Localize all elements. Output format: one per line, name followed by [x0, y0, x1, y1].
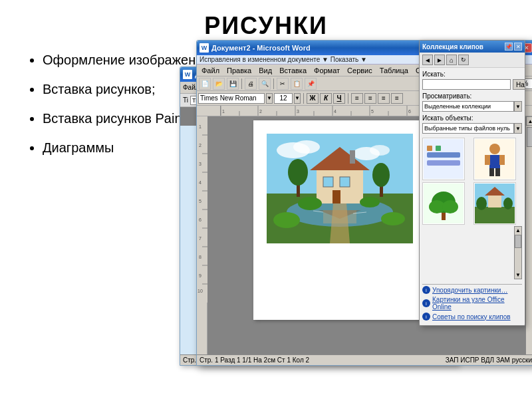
- svg-text:3: 3: [199, 162, 201, 166]
- svg-rect-50: [340, 177, 350, 187]
- italic-btn[interactable]: К: [320, 93, 332, 104]
- separator-1: [241, 78, 242, 89]
- word-icon-back: W: [183, 70, 192, 79]
- justify-btn[interactable]: ≡: [391, 93, 403, 104]
- panel-controls[interactable]: 📌 ✕: [505, 43, 522, 51]
- svg-text:3: 3: [297, 109, 299, 114]
- svg-rect-76: [495, 168, 500, 176]
- open-btn[interactable]: 📂: [213, 78, 225, 90]
- panel-link-2[interactable]: i Картинки на узле Office Online: [422, 296, 522, 311]
- menu-insert[interactable]: Вставка: [276, 66, 310, 75]
- save-btn[interactable]: 💾: [227, 78, 239, 90]
- svg-point-41: [293, 140, 320, 154]
- svg-rect-69: [436, 146, 441, 151]
- type-dropdown-btn[interactable]: ▼: [514, 123, 522, 134]
- separator-fmt: [303, 93, 304, 104]
- search-input[interactable]: [422, 79, 511, 90]
- align-center-btn[interactable]: ≡: [364, 93, 376, 104]
- svg-text:7: 7: [199, 236, 201, 241]
- svg-point-88: [503, 198, 513, 209]
- svg-rect-68: [427, 146, 432, 151]
- panel-scroll-thumb[interactable]: [515, 235, 521, 248]
- svg-text:9: 9: [199, 273, 201, 278]
- panel-link-1[interactable]: i Упорядочить картинки…: [422, 286, 522, 294]
- status-right-text: ЗАП ИСПР ВДЛ ЗАМ русски: [446, 356, 532, 364]
- browse-dropdown-btn[interactable]: ▼: [514, 101, 522, 112]
- panel-scroll-up[interactable]: ▲: [515, 227, 521, 233]
- svg-rect-75: [489, 168, 494, 176]
- svg-point-57: [360, 197, 380, 207]
- copy-btn[interactable]: 📋: [291, 78, 303, 90]
- align-right-btn[interactable]: ≡: [378, 93, 390, 104]
- menu-edit[interactable]: Правка: [223, 66, 255, 75]
- print-btn[interactable]: 🖨: [245, 78, 257, 90]
- menu-tools[interactable]: Сервис: [344, 66, 376, 75]
- svg-rect-73: [485, 155, 490, 165]
- panel-back-btn[interactable]: ◄: [422, 55, 433, 65]
- panel-refresh-btn[interactable]: ↻: [458, 55, 469, 65]
- slide: РИСУНКИ Оформление изображений; Вставка …: [0, 0, 532, 399]
- svg-text:1: 1: [199, 124, 201, 129]
- panel-scrollbar[interactable]: ▲ ▼: [514, 226, 522, 279]
- thumb-2[interactable]: [473, 138, 516, 180]
- svg-rect-49: [323, 177, 333, 187]
- underline-btn[interactable]: Ч: [333, 93, 345, 104]
- svg-point-53: [288, 159, 308, 186]
- type-label: Искать объекты:: [422, 114, 522, 122]
- thumb-1[interactable]: [422, 138, 465, 180]
- svg-rect-51: [332, 190, 340, 203]
- svg-rect-65: [424, 139, 464, 179]
- ruler-vertical: 1 2 3 4 5 6 7 8: [197, 116, 207, 365]
- svg-text:1: 1: [222, 109, 225, 114]
- separator-2: [273, 78, 274, 89]
- panel-link-3[interactable]: i Советы по поиску клипов: [422, 313, 522, 321]
- panel-link-icon-3: i: [422, 313, 430, 321]
- browse-value[interactable]: Выделенные коллекции: [422, 101, 514, 112]
- svg-rect-48: [350, 150, 355, 164]
- new-btn[interactable]: 📄: [199, 78, 211, 90]
- menu-table[interactable]: Таблица: [376, 66, 412, 75]
- svg-text:8: 8: [199, 255, 201, 259]
- preview-btn[interactable]: 🔍: [259, 78, 271, 90]
- panel-link-icon-2: i: [422, 299, 430, 307]
- svg-point-81: [442, 200, 458, 213]
- font-selector[interactable]: Times New Roman: [198, 93, 265, 104]
- svg-marker-60: [330, 203, 350, 243]
- svg-point-71: [489, 144, 500, 154]
- panel-scroll-down[interactable]: ▼: [515, 272, 521, 278]
- thumb-3[interactable]: [422, 182, 465, 225]
- status-bar-front: Стр. 1 Разд 1 1/1 На 2см Ст 1 Кол 2 ЗАП …: [197, 354, 532, 365]
- font-size-selector[interactable]: 12: [274, 93, 293, 104]
- countryside-image: [267, 134, 413, 243]
- search-btn[interactable]: Начать: [513, 79, 525, 90]
- panel-close-btn[interactable]: ✕: [514, 43, 522, 51]
- scrollbar-vertical[interactable]: ▲: [525, 116, 532, 365]
- bold-btn[interactable]: Ж: [307, 93, 319, 104]
- cut-btn[interactable]: ✂: [277, 78, 289, 90]
- panel-body: Искать: Начать Просматривать: Выделенные…: [420, 68, 525, 282]
- align-left-btn[interactable]: ≡: [351, 93, 363, 104]
- svg-rect-85: [488, 196, 501, 207]
- type-value[interactable]: Выбранные типы файлов нуль: [422, 123, 514, 134]
- thumb-4[interactable]: [473, 182, 516, 225]
- panel-title-text: Коллекция клипов: [422, 43, 483, 51]
- panel-pin-btn[interactable]: 📌: [505, 43, 513, 51]
- panel-links: i Упорядочить картинки… i Картинки на уз…: [420, 283, 525, 323]
- slide-title: РИСУНКИ: [0, 0, 532, 40]
- svg-point-61: [273, 212, 300, 228]
- panel-title-bar: Коллекция клипов 📌 ✕: [420, 41, 525, 53]
- svg-text:4: 4: [334, 109, 336, 114]
- scroll-thumb[interactable]: [527, 127, 533, 147]
- paste-btn[interactable]: 📌: [305, 78, 317, 90]
- size-dropdown-btn[interactable]: ▼: [294, 93, 301, 104]
- menu-view[interactable]: Вид: [255, 66, 275, 75]
- svg-text:10: 10: [198, 289, 203, 293]
- svg-text:2: 2: [259, 109, 262, 114]
- panel-home-btn[interactable]: ⌂: [446, 55, 457, 65]
- font-dropdown-btn[interactable]: ▼: [266, 93, 273, 104]
- svg-rect-67: [427, 160, 460, 166]
- panel-forward-btn[interactable]: ►: [434, 55, 445, 65]
- menu-file[interactable]: Файл: [198, 66, 223, 75]
- scroll-up-btn[interactable]: ▲: [526, 116, 533, 126]
- menu-format[interactable]: Формат: [311, 66, 343, 75]
